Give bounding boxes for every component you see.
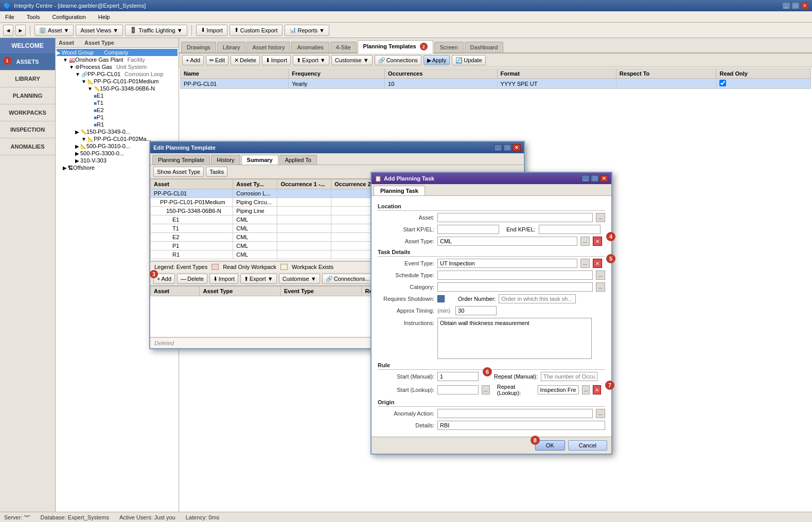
start-manual-input[interactable] [437,372,479,381]
order-number-input[interactable] [499,294,576,303]
tree-item-ppgcl01[interactable]: ▼ 🔗 PP-PG-CL01 Corrosion Loop [57,70,178,78]
pt-add-btn[interactable]: + Add [182,55,204,65]
ept-tab-summary[interactable]: Summary [241,155,278,165]
read-only-checkbox[interactable] [719,80,726,86]
ept-tab-planning-template[interactable]: Planning Template [152,155,210,165]
pt-edit-btn[interactable]: ✏ Edit [206,55,228,65]
menu-tools[interactable]: Tools [24,13,43,21]
pt-apply-btn[interactable]: ▶ Apply [423,55,450,65]
sidebar-item-library[interactable]: LIBRARY [0,70,55,87]
asset-picker-btn[interactable]: ... [596,213,605,222]
ept-show-asset-type-btn[interactable]: Show Asset Type [153,167,204,177]
tree-item-150[interactable]: ▼ 📏 150-PG-3348-06B6-N [57,85,178,92]
tab-planning-templates[interactable]: Planning Templates 2 [358,40,433,53]
tree-item-processgas[interactable]: ▼ ⚙ Process Gas Unit System [57,63,178,70]
asset-btn[interactable]: 🏢 Asset ▼ [34,25,74,36]
tab-library[interactable]: Library [217,42,246,52]
tree-item-150-3349[interactable]: ▶ 📏 150-PG-3349-0... [57,128,178,135]
repeat-lookup-clear-btn[interactable]: ✕ [593,385,601,394]
ept-minimize-btn[interactable]: _ [494,144,502,151]
nav-forward-btn[interactable]: ► [15,25,26,36]
sidebar-item-workpacks[interactable]: WORKPACKS [0,104,55,121]
maximize-btn[interactable]: □ [791,2,800,9]
sidebar-item-inspection[interactable]: INSPECTION [0,121,55,138]
tree-item-onshoregas[interactable]: ▼ 🏭 Onshore Gas Plant Facility [57,56,178,63]
category-picker-btn[interactable]: ... [596,282,605,292]
menu-help[interactable]: Help [95,13,113,21]
close-btn[interactable]: ✕ [801,2,809,9]
tree-item-t1[interactable]: ■ T1 [57,99,178,106]
end-kp-input[interactable] [539,225,601,234]
event-type-clear-btn[interactable]: ✕ [593,259,602,268]
requires-shutdown-checkbox[interactable] [437,295,445,302]
ept-close-btn[interactable]: ✕ [513,144,521,151]
details-input[interactable] [437,421,605,430]
asset-input[interactable] [437,213,593,222]
ept-tab-history[interactable]: History [211,155,240,165]
event-type-picker-btn[interactable]: ... [580,259,590,268]
pt-delete-btn[interactable]: ✕ Delete [231,55,260,65]
tree-item-ppgcl01p01[interactable]: ▼ 📐 PP-PG-CL01-P01Medium [57,78,178,85]
apt-cancel-btn[interactable]: Cancel [568,440,607,451]
tab-anomalies[interactable]: Anomalies [291,42,329,52]
asset-type-picker-btn[interactable]: ... [580,237,590,246]
pt-customise-btn[interactable]: Customise ▼ [331,55,373,65]
apt-restore-btn[interactable]: □ [591,175,599,182]
tasks-connections-btn[interactable]: 🔗 Connections... [322,274,374,284]
sidebar-item-assets[interactable]: 1 ASSETS [0,53,55,70]
tree-item-e1[interactable]: ■ E1 [57,92,178,99]
reports-btn[interactable]: 📊 Reports ▼ [285,25,329,36]
schedule-type-input[interactable] [437,271,593,280]
tasks-export-btn[interactable]: ⬆ Export ▼ [240,274,277,284]
traffic-lighting-btn[interactable]: 🚦 Traffic Lighting ▼ [125,25,187,36]
menu-file[interactable]: File [2,13,17,21]
custom-export-btn[interactable]: ⬆ Custom Export [230,25,283,36]
anomaly-action-input[interactable] [437,409,593,418]
repeat-lookup-picker-btn[interactable]: ... [582,385,590,394]
tasks-delete-btn[interactable]: — Delete [177,274,207,284]
tasks-customise-btn[interactable]: Customise ▼ [279,274,320,284]
approx-timing-input[interactable] [455,306,497,315]
table-row[interactable]: PP-PG-CL01 Yearly 10 YYYY SPE UT [181,79,811,89]
repeat-manual-input[interactable] [541,372,597,381]
tasks-add-btn[interactable]: + Add 3 [153,274,175,284]
apt-minimize-btn[interactable]: _ [581,175,590,182]
pt-import-btn[interactable]: ⬇ Import [262,55,291,65]
sidebar-welcome[interactable]: WELCOME [0,38,55,53]
apt-close-btn[interactable]: ✕ [600,175,608,182]
tab-screen[interactable]: Screen [434,42,464,52]
pt-export-btn[interactable]: ⬆ Export ▼ [293,55,329,65]
sidebar-item-planning[interactable]: PLANNING [0,87,55,104]
sidebar-item-anomalies[interactable]: ANOMALIES [0,138,55,155]
apt-ok-btn[interactable]: OK 8 [535,440,565,451]
tab-drawings[interactable]: Drawings [181,42,216,52]
asset-type-clear-btn[interactable]: ✕ [593,237,602,246]
ept-tab-applied-to[interactable]: Applied To [279,155,317,165]
start-lookup-input[interactable] [437,385,479,394]
minimize-btn[interactable]: _ [782,2,790,9]
tab-4site[interactable]: 4-Site [330,42,357,52]
anomaly-action-picker-btn[interactable]: ... [596,409,605,418]
event-type-input[interactable] [437,259,577,268]
start-kp-input[interactable] [437,225,499,234]
tree-item-r1[interactable]: ■ R1 [57,121,178,128]
tab-dashboard[interactable]: Dashboard [465,42,504,52]
nav-back-btn[interactable]: ◄ [3,25,13,36]
menu-configuration[interactable]: Configuration [49,13,89,21]
ept-tasks-btn[interactable]: Tasks [206,167,227,177]
asset-type-input[interactable] [437,237,577,246]
import-btn[interactable]: ⬇ Import [196,25,227,36]
tree-item-p1[interactable]: ■ P1 [57,114,178,121]
pt-update-btn[interactable]: 🔄 Update [452,55,485,65]
tree-item-woodgroup[interactable]: ▶ Wood Group Company [57,49,178,56]
ept-maximize-btn[interactable]: □ [503,144,511,151]
schedule-type-picker-btn[interactable]: ... [596,271,605,280]
asset-views-btn[interactable]: Asset Views ▼ [76,25,123,36]
instructions-textarea[interactable]: Obtain wall thickness measurement [437,318,592,359]
apt-tab-planning-task[interactable]: Planning Task [374,186,425,195]
pt-connections-btn[interactable]: 🔗 Connections [375,55,421,65]
tasks-import-btn[interactable]: ⬇ Import [209,274,238,284]
start-lookup-picker-btn[interactable]: ... [482,385,490,394]
repeat-lookup-input[interactable] [538,385,579,394]
category-input[interactable] [437,282,593,292]
